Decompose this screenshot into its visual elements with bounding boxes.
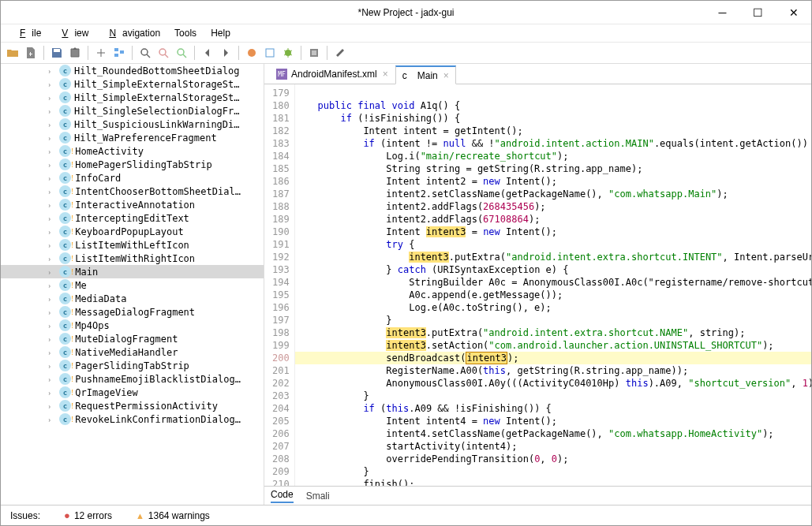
tree-item[interactable]: ›c!InterceptingEditText (1, 211, 264, 225)
tree-item[interactable]: ›c!RequestPermissionActivity (1, 399, 264, 412)
search-icon[interactable] (137, 44, 154, 62)
settings-icon[interactable] (331, 44, 349, 62)
menu-bar: FileViewNavigationToolsHelp (1, 24, 811, 42)
tree-item[interactable]: ›c!Me (1, 278, 264, 292)
tree-item[interactable]: ›c!HomeActivity (1, 144, 264, 158)
tree-item[interactable]: ›c!Main (1, 265, 264, 278)
open-icon[interactable] (4, 44, 21, 62)
log-icon[interactable] (305, 44, 323, 62)
title-bar: *New Project - jadx-gui ─ ☐ ✕ (1, 1, 811, 24)
close-tab-icon[interactable]: × (383, 69, 388, 80)
tree-item[interactable]: ›c!QrImageView (1, 386, 264, 399)
code-area[interactable]: 179 180 181 182 183 184 185 186 187 188 … (264, 84, 811, 486)
tree-item[interactable]: ›cHilt_SimpleExternalStorageSt… (1, 91, 264, 104)
svg-point-9 (285, 50, 291, 56)
svg-point-4 (141, 49, 148, 55)
svg-rect-8 (266, 49, 274, 57)
editor-bottom-tabs: Code Smali (264, 486, 811, 505)
window-title: *New Project - jadx-gui (357, 7, 454, 18)
tree-item[interactable]: ›c!ListItemWithLeftIcon (1, 238, 264, 252)
tree-item[interactable]: ›c!InfoCard (1, 171, 264, 185)
status-bar: Issues: 12 errors 1364 warnings (1, 505, 811, 525)
menu-navigation[interactable]: Navigation (96, 26, 167, 40)
tree-item[interactable]: ›c!PushnameEmojiBlacklistDialog… (1, 372, 264, 386)
editor-tabs: MFAndroidManifest.xml×cMain× (264, 64, 811, 84)
tree-item[interactable]: ›cHilt_SingleSelectionDialogFr… (1, 104, 264, 118)
tree-item[interactable]: ›c!InteractiveAnnotation (1, 198, 264, 211)
maximize-button[interactable]: ☐ (740, 1, 776, 24)
search-class-icon[interactable] (155, 44, 172, 62)
line-gutter: 179 180 181 182 183 184 185 186 187 188 … (264, 84, 295, 486)
back-icon[interactable] (199, 44, 216, 62)
tree-item[interactable]: ›cHilt_RoundedBottomSheetDialog (1, 64, 264, 77)
tree-item[interactable]: ›c!ListItemWithRightIcon (1, 252, 264, 265)
debug-icon[interactable] (279, 44, 297, 62)
export-icon[interactable] (66, 44, 84, 62)
class-tree[interactable]: ›cHilt_RoundedBottomSheetDialog›cHilt_Si… (1, 64, 264, 505)
tab-smali[interactable]: Smali (306, 491, 330, 502)
menu-file[interactable]: File (7, 26, 47, 40)
source-code[interactable]: public final void A1q() { if (!isFinishi… (295, 84, 811, 486)
tree-item[interactable]: ›c!MediaData (1, 292, 264, 305)
menu-tools[interactable]: Tools (168, 26, 203, 40)
tree-item[interactable]: ›c!PagerSlidingTabStrip (1, 359, 264, 372)
svg-point-7 (248, 49, 256, 57)
tree-item[interactable]: ›cHilt_SimpleExternalStorageSt… (1, 77, 264, 91)
tree-item[interactable]: ›c!NativeMediaHandler (1, 345, 264, 359)
editor-tab[interactable]: cMain× (395, 65, 456, 84)
tree-item[interactable]: ›c!IntentChooserBottomSheetDial… (1, 185, 264, 198)
svg-rect-1 (114, 48, 118, 51)
tree-item[interactable]: ›c!KeyboardPopupLayout (1, 225, 264, 238)
issues-label: Issues: (10, 510, 40, 521)
svg-rect-2 (114, 54, 118, 57)
menu-view[interactable]: View (49, 26, 95, 40)
errors-count[interactable]: 12 errors (64, 509, 112, 521)
tree-item[interactable]: ›cHilt_WaPreferenceFragment (1, 131, 264, 144)
tree-item[interactable]: ›c!MuteDialogFragment (1, 332, 264, 345)
save-icon[interactable] (48, 44, 65, 62)
svg-rect-3 (120, 50, 124, 54)
search-text-icon[interactable] (173, 44, 190, 62)
tree-item[interactable]: ›c!Mp4Ops (1, 319, 264, 332)
forward-icon[interactable] (217, 44, 234, 62)
tree-item[interactable]: ›cHilt_SuspiciousLinkWarningDi… (1, 118, 264, 131)
add-file-icon[interactable] (22, 44, 39, 62)
tree-item[interactable]: ›c!RevokeLinkConfirmationDialog… (1, 412, 264, 426)
menu-help[interactable]: Help (204, 26, 237, 40)
svg-rect-0 (54, 49, 60, 52)
sync-icon[interactable] (92, 44, 110, 62)
warnings-count[interactable]: 1364 warnings (136, 510, 210, 521)
tree-item[interactable]: ›c!HomePagerSlidingTabStrip (1, 158, 264, 171)
tab-code[interactable]: Code (271, 489, 294, 503)
quark-icon[interactable] (243, 44, 260, 62)
svg-point-6 (178, 49, 184, 55)
close-button[interactable]: ✕ (776, 1, 811, 24)
tree-item[interactable]: ›c!MessageDialogFragment (1, 305, 264, 319)
tree-icon[interactable] (110, 44, 128, 62)
editor-tab[interactable]: MFAndroidManifest.xml× (269, 65, 395, 84)
deobf-icon[interactable] (261, 44, 279, 62)
toolbar (1, 42, 811, 64)
svg-point-5 (159, 49, 166, 55)
minimize-button[interactable]: ─ (705, 1, 740, 24)
close-tab-icon[interactable]: × (443, 70, 449, 81)
